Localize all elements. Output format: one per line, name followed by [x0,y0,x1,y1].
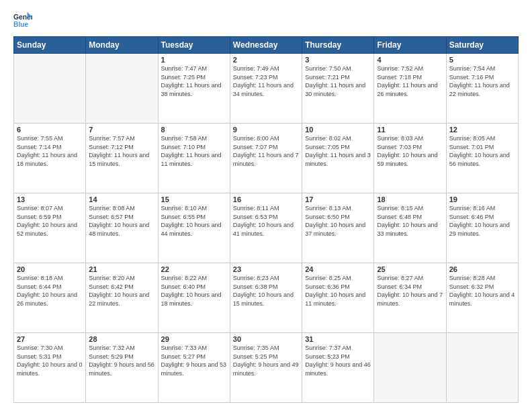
logo-icon: General Blue [13,11,32,30]
day-number: 5 [449,56,515,64]
day-number: 18 [377,195,443,203]
day-info: Sunrise: 7:54 AM Sunset: 7:16 PM Dayligh… [449,64,515,98]
day-number: 24 [305,265,371,273]
day-number: 14 [89,195,154,203]
day-header-monday: Monday [86,37,158,54]
calendar-week-5: 27Sunrise: 7:30 AM Sunset: 5:31 PM Dayli… [14,333,519,403]
day-number: 8 [161,126,227,134]
day-info: Sunrise: 8:25 AM Sunset: 6:36 PM Dayligh… [305,274,371,308]
calendar-cell: 15Sunrise: 8:10 AM Sunset: 6:55 PM Dayli… [158,193,230,263]
calendar-week-2: 6Sunrise: 7:55 AM Sunset: 7:14 PM Daylig… [14,124,519,193]
calendar-cell: 28Sunrise: 7:32 AM Sunset: 5:29 PM Dayli… [86,333,158,403]
day-info: Sunrise: 8:05 AM Sunset: 7:01 PM Dayligh… [449,134,515,168]
day-info: Sunrise: 7:35 AM Sunset: 5:25 PM Dayligh… [233,344,299,377]
calendar-cell: 19Sunrise: 8:16 AM Sunset: 6:46 PM Dayli… [446,193,518,263]
calendar-table: SundayMondayTuesdayWednesdayThursdayFrid… [13,36,519,403]
day-number: 13 [17,195,83,203]
calendar-cell [86,54,158,124]
day-header-saturday: Saturday [446,37,518,54]
calendar-cell: 14Sunrise: 8:08 AM Sunset: 6:57 PM Dayli… [86,193,158,263]
svg-text:Blue: Blue [13,21,29,28]
day-number: 26 [449,265,515,273]
day-info: Sunrise: 7:37 AM Sunset: 5:23 PM Dayligh… [305,344,371,377]
day-header-friday: Friday [374,37,446,54]
day-number: 23 [233,265,299,273]
day-info: Sunrise: 8:15 AM Sunset: 6:48 PM Dayligh… [377,204,443,238]
day-info: Sunrise: 7:55 AM Sunset: 7:14 PM Dayligh… [17,134,83,168]
calendar-cell: 13Sunrise: 8:07 AM Sunset: 6:59 PM Dayli… [14,193,86,263]
day-number: 31 [305,335,371,343]
day-info: Sunrise: 7:47 AM Sunset: 7:25 PM Dayligh… [161,64,227,98]
calendar-cell [446,333,518,403]
calendar-week-4: 20Sunrise: 8:18 AM Sunset: 6:44 PM Dayli… [14,263,519,333]
day-number: 30 [233,335,299,343]
day-header-thursday: Thursday [302,37,374,54]
page-header: General Blue [13,11,519,30]
day-info: Sunrise: 8:27 AM Sunset: 6:34 PM Dayligh… [377,274,443,308]
calendar-cell: 4Sunrise: 7:52 AM Sunset: 7:18 PM Daylig… [374,54,446,124]
calendar-cell: 31Sunrise: 7:37 AM Sunset: 5:23 PM Dayli… [302,333,374,403]
day-info: Sunrise: 8:00 AM Sunset: 7:07 PM Dayligh… [233,134,299,168]
day-number: 25 [377,265,443,273]
day-info: Sunrise: 8:03 AM Sunset: 7:03 PM Dayligh… [377,134,443,168]
day-info: Sunrise: 8:22 AM Sunset: 6:40 PM Dayligh… [161,274,227,308]
calendar-cell: 17Sunrise: 8:13 AM Sunset: 6:50 PM Dayli… [302,193,374,263]
calendar-cell: 27Sunrise: 7:30 AM Sunset: 5:31 PM Dayli… [14,333,86,403]
day-number: 1 [161,56,227,64]
calendar-cell: 10Sunrise: 8:02 AM Sunset: 7:05 PM Dayli… [302,124,374,193]
calendar-cell: 16Sunrise: 8:11 AM Sunset: 6:53 PM Dayli… [230,193,302,263]
calendar-cell: 29Sunrise: 7:33 AM Sunset: 5:27 PM Dayli… [158,333,230,403]
day-number: 12 [449,126,515,134]
day-info: Sunrise: 8:13 AM Sunset: 6:50 PM Dayligh… [305,204,371,238]
day-number: 10 [305,126,371,134]
calendar-cell: 24Sunrise: 8:25 AM Sunset: 6:36 PM Dayli… [302,263,374,333]
day-info: Sunrise: 8:16 AM Sunset: 6:46 PM Dayligh… [449,204,515,238]
day-info: Sunrise: 7:58 AM Sunset: 7:10 PM Dayligh… [161,134,227,168]
day-number: 3 [305,56,371,64]
calendar-header-row: SundayMondayTuesdayWednesdayThursdayFrid… [14,37,519,54]
day-header-tuesday: Tuesday [158,37,230,54]
calendar-cell [14,54,86,124]
day-info: Sunrise: 7:30 AM Sunset: 5:31 PM Dayligh… [17,344,83,377]
calendar-cell: 11Sunrise: 8:03 AM Sunset: 7:03 PM Dayli… [374,124,446,193]
day-number: 7 [89,126,154,134]
calendar-cell: 21Sunrise: 8:20 AM Sunset: 6:42 PM Dayli… [86,263,158,333]
day-number: 20 [17,265,83,273]
day-info: Sunrise: 7:50 AM Sunset: 7:21 PM Dayligh… [305,64,371,98]
calendar-cell: 3Sunrise: 7:50 AM Sunset: 7:21 PM Daylig… [302,54,374,124]
day-info: Sunrise: 8:08 AM Sunset: 6:57 PM Dayligh… [89,204,154,238]
day-number: 28 [89,335,154,343]
day-info: Sunrise: 8:23 AM Sunset: 6:38 PM Dayligh… [233,274,299,308]
day-info: Sunrise: 8:10 AM Sunset: 6:55 PM Dayligh… [161,204,227,238]
calendar-cell: 6Sunrise: 7:55 AM Sunset: 7:14 PM Daylig… [14,124,86,193]
day-number: 6 [17,126,83,134]
day-number: 2 [233,56,299,64]
day-number: 11 [377,126,443,134]
day-number: 9 [233,126,299,134]
calendar-cell: 1Sunrise: 7:47 AM Sunset: 7:25 PM Daylig… [158,54,230,124]
day-info: Sunrise: 7:32 AM Sunset: 5:29 PM Dayligh… [89,344,154,377]
day-header-wednesday: Wednesday [230,37,302,54]
day-info: Sunrise: 8:20 AM Sunset: 6:42 PM Dayligh… [89,274,154,308]
calendar-week-1: 1Sunrise: 7:47 AM Sunset: 7:25 PM Daylig… [14,54,519,124]
day-number: 15 [161,195,227,203]
calendar-cell: 5Sunrise: 7:54 AM Sunset: 7:16 PM Daylig… [446,54,518,124]
day-info: Sunrise: 7:52 AM Sunset: 7:18 PM Dayligh… [377,64,443,98]
day-number: 17 [305,195,371,203]
calendar-cell: 18Sunrise: 8:15 AM Sunset: 6:48 PM Dayli… [374,193,446,263]
calendar-cell: 26Sunrise: 8:28 AM Sunset: 6:32 PM Dayli… [446,263,518,333]
day-number: 21 [89,265,154,273]
calendar-cell: 22Sunrise: 8:22 AM Sunset: 6:40 PM Dayli… [158,263,230,333]
calendar-cell: 12Sunrise: 8:05 AM Sunset: 7:01 PM Dayli… [446,124,518,193]
calendar-cell: 7Sunrise: 7:57 AM Sunset: 7:12 PM Daylig… [86,124,158,193]
calendar-cell: 8Sunrise: 7:58 AM Sunset: 7:10 PM Daylig… [158,124,230,193]
day-number: 16 [233,195,299,203]
logo: General Blue [13,11,32,30]
calendar-cell: 23Sunrise: 8:23 AM Sunset: 6:38 PM Dayli… [230,263,302,333]
calendar-week-3: 13Sunrise: 8:07 AM Sunset: 6:59 PM Dayli… [14,193,519,263]
calendar-cell: 9Sunrise: 8:00 AM Sunset: 7:07 PM Daylig… [230,124,302,193]
day-info: Sunrise: 8:18 AM Sunset: 6:44 PM Dayligh… [17,274,83,308]
day-info: Sunrise: 7:49 AM Sunset: 7:23 PM Dayligh… [233,64,299,98]
day-number: 4 [377,56,443,64]
day-info: Sunrise: 8:11 AM Sunset: 6:53 PM Dayligh… [233,204,299,238]
